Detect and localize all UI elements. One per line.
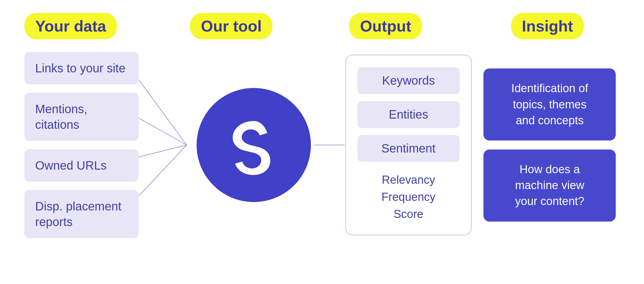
s-logo-icon — [224, 115, 284, 175]
output-header: Output — [349, 13, 422, 39]
output-score: Score — [382, 206, 436, 223]
our-tool-section — [193, 88, 314, 202]
right-connector — [314, 130, 345, 160]
your-data-section: Links to your site Mentions, citations O… — [24, 52, 139, 238]
output-box: Keywords Entities Sentiment Relevancy Fr… — [345, 55, 472, 235]
your-data-header: Your data — [24, 13, 117, 39]
svg-line-0 — [139, 80, 187, 145]
left-connector — [139, 58, 193, 232]
diagram: Your data Our tool Output Insight Links … — [6, 13, 638, 271]
output-entities: Entities — [357, 101, 460, 128]
content-row: Links to your site Mentions, citations O… — [6, 52, 638, 238]
our-tool-header: Our tool — [190, 13, 272, 39]
output-keywords: Keywords — [357, 67, 460, 94]
output-frequency: Frequency — [382, 189, 436, 206]
left-connector-svg — [139, 58, 193, 232]
data-items-list: Links to your site Mentions, citations O… — [24, 52, 139, 238]
tool-circle — [197, 88, 311, 202]
data-item-links: Links to your site — [24, 52, 139, 84]
insight-items-list: Identification oftopics, themesand conce… — [483, 68, 616, 221]
headers-row: Your data Our tool Output Insight — [6, 13, 638, 39]
output-relevancy: Relevancy — [382, 171, 436, 189]
svg-line-3 — [139, 145, 187, 196]
svg-line-1 — [139, 118, 187, 145]
insight-item-1: Identification oftopics, themesand conce… — [483, 68, 616, 140]
svg-line-2 — [139, 145, 187, 157]
data-item-urls: Owned URLs — [24, 149, 139, 182]
insight-section: Identification oftopics, themesand conce… — [483, 68, 620, 221]
insight-header: Insight — [511, 13, 584, 39]
output-section: Keywords Entities Sentiment Relevancy Fr… — [345, 55, 472, 235]
output-plain-text: Relevancy Frequency Score — [382, 171, 436, 223]
data-item-placement: Disp. placementreports — [24, 190, 139, 238]
output-sentiment: Sentiment — [357, 135, 460, 162]
insight-item-2: How does amachine viewyour content? — [483, 150, 616, 222]
data-item-mentions: Mentions, citations — [24, 93, 139, 141]
right-connector-svg — [314, 130, 345, 160]
